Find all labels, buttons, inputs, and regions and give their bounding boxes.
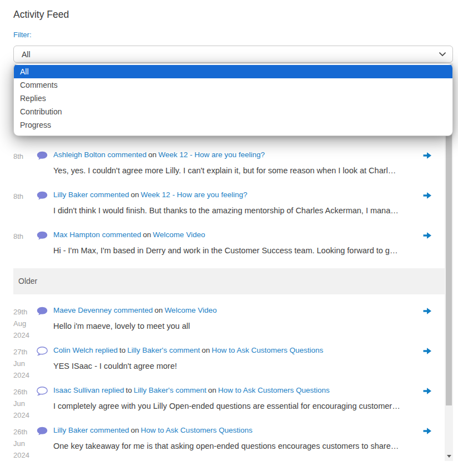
feed-row-body-text: One key takeaway for me is that asking o… bbox=[53, 442, 420, 450]
feed-meta-text: on bbox=[208, 386, 217, 394]
feed-row-date: 8th bbox=[0, 191, 37, 223]
arrow-right-icon[interactable] bbox=[420, 427, 445, 435]
feed-meta-link[interactable]: Lilly Baker commented bbox=[53, 426, 129, 434]
feed-row-date: 8th bbox=[0, 231, 37, 263]
feed-row-meta: Max Hampton commentedonWelcome Video bbox=[53, 231, 420, 240]
feed-meta-link[interactable]: How to Ask Customers Questions bbox=[141, 426, 253, 434]
arrow-right-icon[interactable] bbox=[420, 192, 445, 199]
feed-row: 27th Jun2024 Colin Welch repliedtoLilly … bbox=[0, 339, 445, 379]
feed-row-meta: Isaac Sullivan repliedtoLilly Baker's co… bbox=[53, 386, 420, 396]
feed-row: 26th Jun2024 Isaac Sullivan repliedtoLil… bbox=[0, 379, 445, 419]
feed-section-header: Older bbox=[13, 268, 445, 294]
feed-row-meta: Colin Welch repliedtoLilly Baker's comme… bbox=[53, 346, 420, 356]
reply-bubble-outline-icon bbox=[37, 347, 53, 356]
arrow-right-icon[interactable] bbox=[420, 347, 445, 355]
chevron-down-icon bbox=[439, 52, 446, 57]
reply-bubble-outline-icon bbox=[37, 387, 53, 396]
feed-meta-text: on bbox=[143, 231, 151, 239]
feed-meta-link[interactable]: Colin Welch replied bbox=[53, 346, 118, 354]
filter-dropdown-option[interactable]: Progress bbox=[14, 118, 452, 132]
comment-bubble-filled-icon bbox=[37, 427, 53, 436]
feed-row: 26th Jun2024 Lilly Baker commentedonHow … bbox=[0, 419, 445, 459]
feed-row-meta: Ashleigh Bolton commentedonWeek 12 - How… bbox=[53, 151, 420, 161]
filter-dropdown-option[interactable]: Comments bbox=[14, 78, 452, 92]
comment-bubble-filled-icon bbox=[37, 231, 53, 240]
comment-bubble-filled-icon bbox=[37, 151, 53, 161]
feed-meta-text: on bbox=[148, 151, 157, 159]
feed-meta-link[interactable]: Lilly Baker commented bbox=[53, 191, 129, 199]
comment-bubble-filled-icon bbox=[37, 191, 53, 201]
feed-row-date: 8th bbox=[0, 151, 37, 183]
filter-select-value: All bbox=[22, 50, 439, 59]
feed-meta-link[interactable]: Maeve Devenney commented bbox=[53, 306, 153, 314]
arrow-right-icon[interactable] bbox=[420, 307, 445, 315]
feed-row-body-text: Hi - I'm Max, I'm based in Derry and wor… bbox=[53, 246, 420, 255]
feed-row-date: 26th Jun2024 bbox=[0, 386, 37, 419]
feed-meta-link[interactable]: Welcome Video bbox=[164, 306, 217, 314]
feed-meta-link[interactable]: How to Ask Customers Questions bbox=[218, 386, 330, 394]
feed-row-date: 27th Jun2024 bbox=[0, 346, 37, 379]
feed-row-meta: Lilly Baker commentedonWeek 12 - How are… bbox=[53, 191, 420, 201]
feed-row-date: 29th Aug2024 bbox=[0, 306, 37, 339]
feed-row-meta: Lilly Baker commentedonHow to Ask Custom… bbox=[53, 426, 420, 436]
feed-meta-link[interactable]: Welcome Video bbox=[153, 231, 205, 239]
feed-meta-link[interactable]: Lilly Baker's comment bbox=[134, 386, 207, 394]
feed-row-date: 26th Jun2024 bbox=[0, 426, 37, 459]
feed-meta-text: on bbox=[131, 426, 139, 434]
feed-row-meta: Maeve Devenney commentedonWelcome Video bbox=[53, 306, 420, 316]
arrow-right-icon[interactable] bbox=[420, 152, 445, 159]
feed-meta-text: on bbox=[202, 346, 210, 354]
feed-meta-link[interactable]: Max Hampton commented bbox=[53, 231, 141, 239]
filter-dropdown-panel: AllCommentsRepliesContributionProgress bbox=[13, 63, 453, 136]
feed-row: 8th Ashleigh Bolton commentedonWeek 12 -… bbox=[0, 143, 445, 183]
feed-meta-text: to bbox=[126, 386, 132, 394]
filter-label: Filter: bbox=[13, 31, 32, 39]
comment-bubble-filled-icon bbox=[37, 307, 53, 316]
feed-row-body-text: I didn't think I would finish. But thank… bbox=[53, 206, 420, 215]
filter-dropdown-option[interactable]: Contribution bbox=[14, 105, 452, 118]
arrow-right-icon[interactable] bbox=[420, 232, 445, 239]
feed-meta-link[interactable]: Week 12 - How are you feeling? bbox=[158, 151, 265, 159]
scrollbar-down-button[interactable] bbox=[445, 452, 453, 461]
feed-row: 8th Lilly Baker commentedonWeek 12 - How… bbox=[0, 183, 445, 223]
scroll-down-arrow-icon bbox=[447, 455, 451, 458]
feed-meta-text: to bbox=[119, 346, 125, 354]
feed-meta-text: on bbox=[131, 191, 139, 199]
feed-meta-link[interactable]: Week 12 - How are you feeling? bbox=[141, 191, 248, 199]
filter-dropdown-option[interactable]: All bbox=[14, 65, 452, 78]
arrow-right-icon[interactable] bbox=[420, 387, 445, 395]
feed-meta-link[interactable]: How to Ask Customers Questions bbox=[212, 346, 323, 354]
feed-meta-link[interactable]: Isaac Sullivan replied bbox=[53, 386, 124, 394]
feed-row-body-text: YES ISaac - I couldn't agree more! bbox=[53, 362, 420, 370]
feed-row-body-text: I completely agree with you Lilly Open-e… bbox=[53, 402, 420, 410]
feed-row-body-text: Hello i'm maeve, lovely to meet you all bbox=[53, 322, 420, 330]
feed-row-body-text: Yes, yes. I couldn't agree more Lilly. I… bbox=[53, 166, 420, 175]
feed-row: 29th Aug2024 Maeve Devenney commentedonW… bbox=[0, 299, 445, 339]
feed-meta-link[interactable]: Lilly Baker's comment bbox=[127, 346, 200, 354]
feed-meta-link[interactable]: Ashleigh Bolton commented bbox=[53, 151, 147, 159]
feed-meta-text: on bbox=[154, 306, 163, 314]
filter-select[interactable]: All bbox=[13, 46, 453, 63]
filter-dropdown-option[interactable]: Replies bbox=[14, 92, 452, 105]
activity-feed-list: I thought it was just me... How odd. 8th… bbox=[0, 103, 445, 461]
page-title: Activity Feed bbox=[13, 9, 69, 21]
feed-row: 8th Max Hampton commentedonWelcome Video… bbox=[0, 223, 445, 263]
